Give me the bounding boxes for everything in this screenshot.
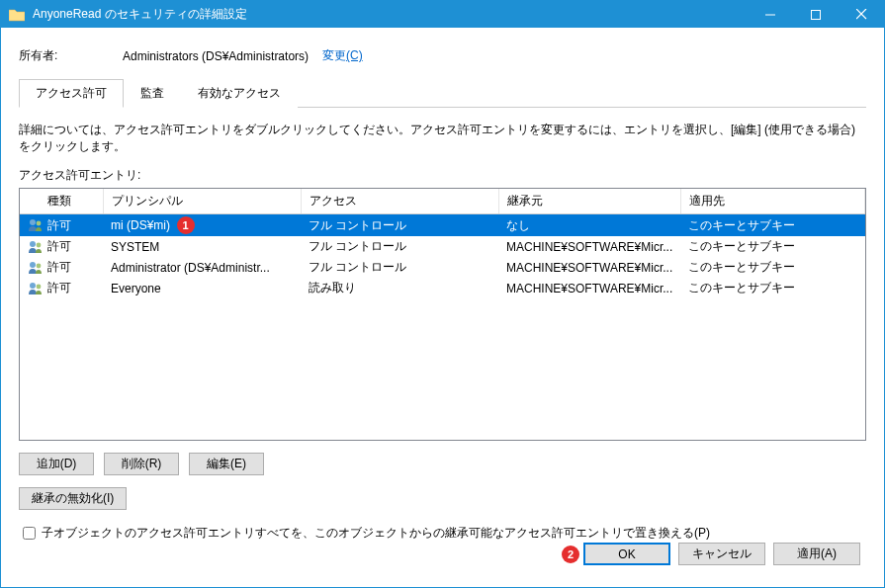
row-principal: Everyone [111, 282, 161, 295]
row-type: 許可 [47, 281, 71, 294]
svg-point-5 [37, 221, 42, 226]
footer: 2 OK キャンセル 適用(A) [13, 543, 872, 577]
row-principal: mi (DS¥mi) [111, 218, 170, 232]
svg-point-4 [30, 219, 36, 225]
svg-point-7 [37, 242, 42, 247]
col-principal[interactable]: プリンシパル [103, 189, 301, 214]
row-access: フル コントロール [301, 236, 498, 257]
add-button[interactable]: 追加(D) [19, 453, 94, 475]
owner-value: Administrators (DS¥Administrators) [123, 49, 309, 63]
instructions-text: 詳細については、アクセス許可エントリをダブルクリックしてください。アクセス許可エ… [19, 122, 866, 155]
row-type: 許可 [47, 218, 71, 232]
user-icon [28, 218, 44, 232]
svg-rect-1 [812, 10, 821, 19]
row-inherited: MACHINE¥SOFTWARE¥Micr... [498, 257, 680, 278]
row-inherited: MACHINE¥SOFTWARE¥Micr... [498, 278, 680, 298]
window-title: AnyoneRead のセキュリティの詳細設定 [33, 6, 748, 23]
annotation-badge-1: 1 [177, 216, 195, 234]
replace-child-checkbox-row[interactable]: 子オブジェクトのアクセス許可エントリすべてを、このオブジェクトからの継承可能なア… [19, 524, 866, 543]
tabs: アクセス許可 監査 有効なアクセス [19, 78, 866, 108]
svg-point-8 [30, 262, 36, 268]
col-applies[interactable]: 適用先 [680, 189, 864, 214]
change-owner-link[interactable]: 変更(C) [322, 47, 363, 64]
row-applies: このキーとサブキー [680, 214, 864, 237]
row-type: 許可 [47, 239, 71, 253]
owner-row: 所有者: Administrators (DS¥Administrators) … [19, 47, 872, 64]
row-applies: このキーとサブキー [680, 236, 864, 257]
svg-point-9 [37, 263, 42, 268]
tab-permissions[interactable]: アクセス許可 [19, 79, 124, 108]
folder-icon [9, 8, 25, 22]
table-row[interactable]: 許可SYSTEMフル コントロールMACHINE¥SOFTWARE¥Micr..… [20, 236, 865, 257]
row-inherited: MACHINE¥SOFTWARE¥Micr... [498, 236, 680, 257]
row-access: フル コントロール [301, 214, 498, 237]
row-type: 許可 [47, 260, 71, 274]
users-icon [28, 282, 44, 295]
annotation-badge-2: 2 [562, 546, 579, 563]
close-button[interactable] [839, 1, 884, 28]
window: AnyoneRead のセキュリティの詳細設定 所有者: Administrat… [0, 0, 885, 588]
maximize-button[interactable] [793, 1, 839, 28]
row-applies: このキーとサブキー [680, 257, 864, 278]
svg-point-10 [30, 283, 36, 289]
button-row-2: 継承の無効化(I) [19, 487, 866, 510]
row-principal: SYSTEM [111, 240, 159, 254]
svg-point-11 [37, 284, 42, 289]
table-row[interactable]: 許可Administrator (DS¥Administr...フル コントロー… [20, 257, 865, 278]
col-inherited[interactable]: 継承元 [498, 189, 680, 214]
table-row[interactable]: 許可mi (DS¥mi) 1フル コントロールなしこのキーとサブキー [20, 214, 865, 237]
button-row: 追加(D) 削除(R) 編集(E) [19, 453, 866, 475]
owner-label: 所有者: [19, 47, 123, 64]
row-access: 読み取り [301, 278, 498, 298]
row-applies: このキーとサブキー [680, 278, 864, 298]
edit-button[interactable]: 編集(E) [189, 453, 264, 475]
replace-child-checkbox[interactable] [23, 527, 36, 540]
tab-effective-access[interactable]: 有効なアクセス [181, 79, 298, 108]
disable-inheritance-button[interactable]: 継承の無効化(I) [19, 487, 127, 510]
apply-button[interactable]: 適用(A) [773, 543, 860, 565]
ok-button[interactable]: OK [583, 543, 670, 565]
table-row[interactable]: 許可Everyone読み取りMACHINE¥SOFTWARE¥Micr...この… [20, 278, 865, 298]
remove-button[interactable]: 削除(R) [104, 453, 179, 475]
svg-point-6 [30, 241, 36, 247]
window-buttons [748, 1, 884, 28]
col-access[interactable]: アクセス [301, 189, 498, 214]
user-icon [28, 261, 44, 275]
row-inherited: なし [498, 214, 680, 237]
table-header-row: 種類 プリンシパル アクセス 継承元 適用先 [20, 189, 865, 214]
titlebar: AnyoneRead のセキュリティの詳細設定 [1, 1, 884, 28]
tab-auditing[interactable]: 監査 [124, 79, 181, 108]
users-icon [28, 240, 44, 254]
row-principal: Administrator (DS¥Administr... [111, 261, 270, 275]
row-access: フル コントロール [301, 257, 498, 278]
col-type[interactable]: 種類 [20, 189, 103, 214]
cancel-button[interactable]: キャンセル [678, 543, 765, 565]
replace-child-label: 子オブジェクトのアクセス許可エントリすべてを、このオブジェクトからの継承可能なア… [42, 525, 710, 542]
content-area: 所有者: Administrators (DS¥Administrators) … [1, 28, 884, 587]
permission-table: 種類 プリンシパル アクセス 継承元 適用先 許可mi (DS¥mi) 1フル … [19, 188, 866, 441]
entries-label: アクセス許可エントリ: [19, 167, 866, 184]
minimize-button[interactable] [748, 1, 793, 28]
